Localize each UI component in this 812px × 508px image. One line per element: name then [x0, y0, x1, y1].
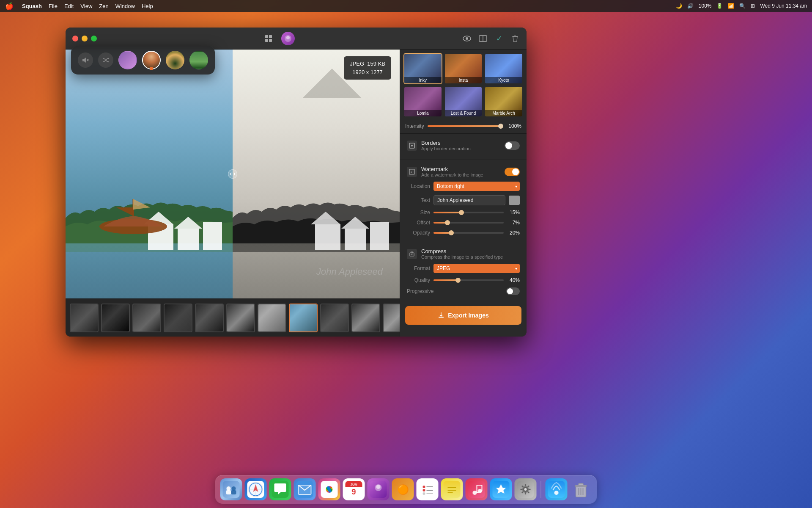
location-label: Location: [407, 183, 430, 189]
thumbnail-7[interactable]: [258, 304, 286, 332]
thumbnail-5[interactable]: [195, 304, 224, 332]
active-dot-indicator: [150, 67, 153, 70]
menubar-wifi-icon[interactable]: 📶: [728, 3, 734, 9]
split-handle-icon[interactable]: [228, 169, 237, 179]
dock-airdrop[interactable]: [546, 478, 568, 500]
preview-button[interactable]: [462, 34, 472, 43]
watermark-text-input[interactable]: [433, 195, 505, 205]
filter-kyoto[interactable]: Kyoto: [484, 53, 523, 84]
offset-knob[interactable]: [445, 220, 450, 225]
filter-insta[interactable]: Insta: [444, 53, 483, 84]
intensity-handle[interactable]: [498, 124, 503, 129]
quality-row: Quality 40%: [407, 277, 520, 283]
location-select[interactable]: Bottom right: [433, 182, 520, 191]
dock-squash[interactable]: [368, 478, 390, 500]
dock-music[interactable]: [466, 478, 488, 500]
menu-help[interactable]: Help: [142, 3, 153, 9]
menu-edit[interactable]: Edit: [64, 3, 74, 9]
dock-sugarmate[interactable]: 🟠: [392, 478, 414, 500]
titlebar-center: [97, 32, 462, 45]
dock-messages[interactable]: [269, 478, 291, 500]
filter-lostandfound[interactable]: Lost & Found: [444, 86, 483, 117]
done-button[interactable]: ✓: [494, 34, 504, 43]
menu-window[interactable]: Window: [115, 3, 135, 9]
quality-knob[interactable]: [455, 278, 461, 283]
dock-reminders[interactable]: [417, 478, 439, 500]
menubar-search-icon[interactable]: 🔍: [739, 3, 746, 9]
menubar-volume-icon[interactable]: 🔊: [687, 3, 694, 9]
dock-finder[interactable]: [220, 478, 242, 500]
dock-appstore[interactable]: [490, 478, 512, 500]
quality-fill: [433, 279, 458, 281]
filter-circle-1[interactable]: [118, 51, 137, 69]
filter-inky[interactable]: Inky: [403, 53, 442, 84]
delete-button[interactable]: [510, 34, 520, 43]
svg-point-80: [423, 486, 425, 488]
offset-slider[interactable]: [433, 222, 504, 224]
dock-sysprefs[interactable]: [515, 478, 537, 500]
opacity-knob[interactable]: [449, 230, 454, 235]
progressive-row: Progressive: [407, 287, 520, 295]
watermark-toggle[interactable]: [505, 168, 520, 176]
dock-mail[interactable]: [294, 478, 316, 500]
thumbnail-2[interactable]: [101, 304, 130, 332]
menu-app-name[interactable]: Squash: [22, 3, 42, 9]
mute-button[interactable]: [78, 52, 93, 68]
thumbnail-9[interactable]: [320, 304, 349, 332]
quality-slider[interactable]: [433, 279, 504, 281]
dock-photos[interactable]: [318, 478, 340, 500]
svg-marker-20: [116, 207, 133, 216]
svg-rect-42: [223, 481, 240, 498]
dock-safari[interactable]: [245, 478, 267, 500]
filter-circle-1-wrapper: [118, 51, 137, 69]
thumbnail-1[interactable]: [70, 304, 99, 332]
format-select[interactable]: JPEG: [433, 264, 520, 273]
split-handle[interactable]: [226, 50, 239, 298]
watermark-title: Watermark: [421, 166, 483, 172]
menu-view[interactable]: View: [80, 3, 92, 9]
shuffle-button[interactable]: [98, 52, 113, 68]
quality-label: Quality: [407, 277, 430, 283]
borders-toggle[interactable]: [505, 141, 520, 150]
export-button[interactable]: Export Images: [405, 306, 521, 325]
menubar-control-center[interactable]: ⊞: [751, 3, 755, 9]
dock-trash[interactable]: [570, 478, 592, 500]
thumbnail-3[interactable]: [132, 304, 161, 332]
thumbnail-11[interactable]: [383, 304, 400, 332]
watermark-text-row: Text: [407, 195, 520, 205]
svg-text:A: A: [410, 171, 412, 174]
svg-point-110: [554, 491, 559, 495]
image-bw-side: John Appleseed: [233, 50, 400, 298]
intensity-value: 100%: [507, 123, 521, 129]
color-swatch[interactable]: [509, 196, 520, 205]
maximize-button[interactable]: [91, 36, 97, 41]
size-knob[interactable]: [459, 210, 464, 215]
progressive-toggle[interactable]: [506, 287, 520, 295]
filter-marble[interactable]: Marble Arch: [484, 86, 523, 117]
split-view-button[interactable]: [478, 34, 488, 43]
intensity-slider[interactable]: [428, 125, 503, 127]
menu-file[interactable]: File: [49, 3, 58, 9]
svg-marker-40: [108, 58, 109, 59]
thumbnail-4[interactable]: [164, 304, 192, 332]
svg-point-30: [411, 145, 413, 146]
filter-lomia[interactable]: Lomia: [403, 86, 442, 117]
minimize-button[interactable]: [82, 36, 88, 41]
filter-circle-3[interactable]: [166, 51, 184, 69]
apple-menu[interactable]: 🍎: [5, 2, 14, 10]
grid-view-button[interactable]: [264, 34, 273, 43]
dock-calendar[interactable]: JUN 9: [343, 478, 365, 500]
opacity-slider[interactable]: [433, 232, 504, 234]
image-color-side: [66, 50, 233, 298]
dock-notes[interactable]: [441, 478, 463, 500]
thumbnail-8[interactable]: [289, 304, 318, 332]
svg-rect-2: [265, 39, 268, 42]
thumbnail-6[interactable]: [226, 304, 255, 332]
size-slider[interactable]: [433, 212, 504, 213]
menubar-moon-icon: 🌙: [676, 3, 682, 9]
close-button[interactable]: [72, 36, 78, 41]
filter-circle-4[interactable]: [189, 51, 208, 69]
menu-zen[interactable]: Zen: [99, 3, 108, 9]
thumbnail-10[interactable]: [351, 304, 380, 332]
size-label: Size: [407, 210, 430, 215]
